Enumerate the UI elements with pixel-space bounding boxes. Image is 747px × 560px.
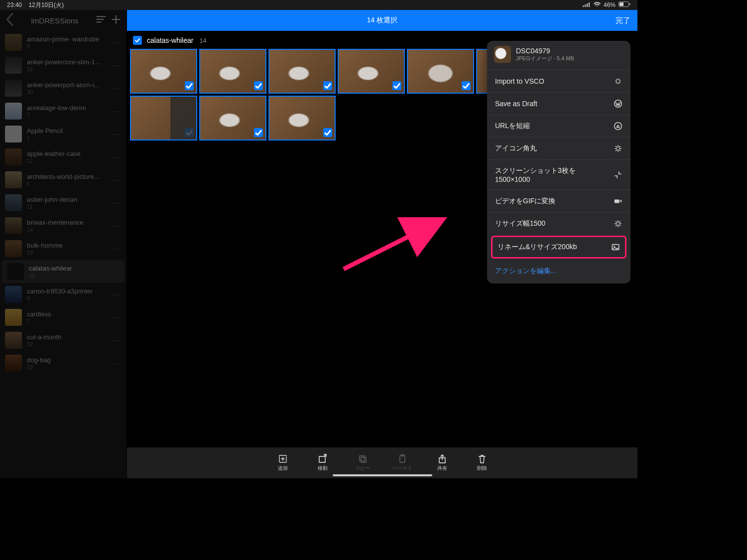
toolbar-share[interactable]: 共有 <box>428 454 456 472</box>
check-icon <box>185 128 194 137</box>
share-sheet: DSC04979 JPEGイメージ · 5.4 MB Import to VSC… <box>487 41 630 283</box>
svg-rect-6 <box>620 2 623 6</box>
main-header: 14 枚選択 完了 <box>127 10 637 31</box>
sheet-thumbnail <box>494 46 511 63</box>
toolbar-move[interactable]: 移動 <box>309 454 337 472</box>
album-item[interactable]: briwax-mentenance14⋯ <box>0 214 126 237</box>
status-time: 23:40 <box>7 1 22 8</box>
add-album-icon[interactable] <box>111 14 122 27</box>
toolbar-delete[interactable]: 削除 <box>468 454 496 472</box>
photo-cell[interactable] <box>199 96 266 140</box>
svg-point-35 <box>614 246 615 247</box>
check-icon <box>254 81 263 90</box>
action-resize-1500[interactable]: リサイズ幅1500 <box>487 212 630 235</box>
svg-rect-7 <box>629 3 630 5</box>
album-item[interactable]: dog-bag33⋯ <box>0 352 126 375</box>
selection-count: 14 枚選択 <box>367 16 397 25</box>
album-item[interactable]: bulk-homme23⋯ <box>0 237 126 260</box>
album-item[interactable]: cardless7⋯ <box>0 306 126 329</box>
action-shorten-url[interactable]: URLを短縮 <box>487 115 630 137</box>
album-item[interactable]: astier-john-derian11⋯ <box>0 191 126 214</box>
svg-rect-40 <box>360 456 365 461</box>
svg-point-16 <box>615 123 622 130</box>
album-more-icon[interactable]: ⋯ <box>109 269 120 274</box>
wifi-icon <box>594 1 601 8</box>
photo-cell[interactable] <box>338 49 405 94</box>
sidebar: imDRESSions amazon-prime- wardrobe9⋯ ank… <box>0 10 127 478</box>
album-item-selected[interactable]: calatas-whilear14⋯ <box>2 260 124 283</box>
back-icon[interactable] <box>5 12 14 29</box>
album-item[interactable]: canon-tr9530-a3printer9⋯ <box>0 283 126 306</box>
album-more-icon[interactable]: ⋯ <box>111 154 122 159</box>
edit-actions-link[interactable]: アクションを編集... <box>487 260 630 283</box>
action-import-vsco[interactable]: Import to VSCO <box>487 70 630 92</box>
toolbar-add[interactable]: 追加 <box>269 454 297 472</box>
check-icon <box>185 81 194 90</box>
action-save-draft[interactable]: Save as Draft <box>487 92 630 115</box>
photo-cell[interactable] <box>407 49 474 94</box>
image-icon <box>611 243 620 252</box>
photo-cell[interactable] <box>268 96 336 140</box>
photo-cell[interactable] <box>130 96 197 140</box>
album-more-icon[interactable]: ⋯ <box>111 200 122 205</box>
record-icon <box>614 77 622 86</box>
svg-line-32 <box>619 222 620 223</box>
album-more-icon[interactable]: ⋯ <box>111 361 122 366</box>
sheet-filename: DSC04979 <box>516 47 574 55</box>
action-gif[interactable]: ビデオをGIFに変換 <box>487 190 630 212</box>
photo-cell[interactable] <box>268 49 336 94</box>
album-more-icon[interactable]: ⋯ <box>111 63 122 68</box>
check-icon <box>254 128 263 137</box>
svg-line-30 <box>616 222 617 223</box>
video-icon <box>614 197 622 206</box>
album-more-icon[interactable]: ⋯ <box>111 292 122 297</box>
album-more-icon[interactable]: ⋯ <box>111 223 122 228</box>
svg-rect-41 <box>361 457 366 462</box>
battery-icon <box>619 1 630 8</box>
select-all-checkbox[interactable] <box>133 36 142 45</box>
album-item[interactable]: anker-powercore-slim-1000...16⋯ <box>0 54 126 77</box>
main: 14 枚選択 完了 calatas-whilear 14 <box>127 10 637 478</box>
bottom-toolbar: 追加 移動 コピー ペースト 共有 削除 <box>127 447 637 478</box>
album-item[interactable]: anker-powerport-atom-iii-s...30⋯ <box>0 77 126 100</box>
check-icon <box>462 81 471 90</box>
sort-icon[interactable] <box>96 15 107 26</box>
compass-icon <box>614 122 622 131</box>
action-round-icon[interactable]: アイコン角丸 <box>487 137 630 159</box>
album-more-icon[interactable]: ⋯ <box>111 315 122 320</box>
section-name: calatas-whilear <box>147 36 193 44</box>
photo-cell[interactable] <box>199 49 266 94</box>
sheet-fileinfo: JPEGイメージ · 5.4 MB <box>516 55 574 62</box>
signal-icon <box>583 1 591 8</box>
album-item[interactable]: apple-leather-case12⋯ <box>0 145 126 168</box>
album-item[interactable]: anrealage-low-denm7⋯ <box>0 100 126 123</box>
collapse-icon <box>614 170 622 179</box>
album-more-icon[interactable]: ⋯ <box>111 109 122 114</box>
svg-point-4 <box>597 5 598 6</box>
battery-percent: 46% <box>604 1 616 8</box>
svg-line-24 <box>616 149 617 150</box>
svg-rect-0 <box>583 5 584 7</box>
album-more-icon[interactable]: ⋯ <box>111 40 122 45</box>
svg-line-31 <box>619 225 620 226</box>
svg-rect-25 <box>615 199 620 203</box>
album-more-icon[interactable]: ⋯ <box>111 86 122 91</box>
svg-rect-2 <box>587 3 588 7</box>
album-more-icon[interactable]: ⋯ <box>111 246 122 251</box>
album-item[interactable]: cut-a-month32⋯ <box>0 329 126 352</box>
action-screenshot-resize[interactable]: スクリーンショット3枚を1500×1000 <box>487 159 630 190</box>
photo-cell[interactable] <box>130 49 197 94</box>
done-button[interactable]: 完了 <box>616 16 630 25</box>
action-rename-resize-200kb[interactable]: リネーム&リサイズ200kb <box>491 236 626 259</box>
album-item[interactable]: amazon-prime- wardrobe9⋯ <box>0 31 126 54</box>
album-more-icon[interactable]: ⋯ <box>111 338 122 343</box>
album-more-icon[interactable]: ⋯ <box>111 177 122 182</box>
sidebar-title: imDRESSions <box>18 16 92 25</box>
album-more-icon[interactable]: ⋯ <box>111 132 122 137</box>
statusbar: 23:40 12月10日(火) 46% <box>0 0 637 10</box>
check-icon <box>323 81 332 90</box>
album-item[interactable]: Apple Pencil1⋯ <box>0 123 126 145</box>
home-indicator[interactable] <box>333 474 432 476</box>
svg-point-14 <box>617 80 619 82</box>
album-item[interactable]: architects-world-picture-bo...5⋯ <box>0 168 126 191</box>
